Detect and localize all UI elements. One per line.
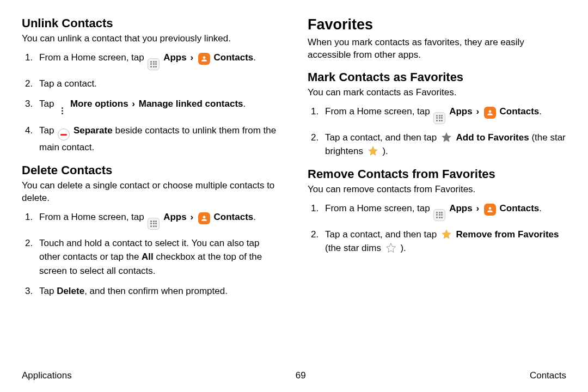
text: Tap	[39, 286, 57, 296]
apps-icon	[148, 58, 160, 70]
contacts-icon	[484, 107, 496, 119]
page-footer: Applications 69 Contacts	[22, 362, 566, 381]
unlink-step-4: Tap Separate beside contacts to unlink t…	[22, 124, 280, 155]
apps-label: Apps	[163, 52, 187, 63]
contacts-label: Contacts	[214, 52, 254, 63]
footer-page-number: 69	[296, 370, 306, 381]
delete-label: Delete	[57, 286, 84, 296]
remove-steps: From a Home screen, tap Apps › Contacts.…	[308, 201, 566, 255]
left-column: Unlink Contacts You can unlink a contact…	[22, 16, 280, 362]
text: , and then confirm when prompted.	[84, 286, 228, 296]
star-grey-icon	[440, 131, 452, 143]
contacts-icon	[198, 53, 210, 65]
apps-label: Apps	[163, 212, 187, 222]
heading-remove-favorites: Remove Contacts from Favorites	[308, 167, 566, 181]
chevron-icon: ›	[475, 203, 480, 213]
text: From a Home screen, tap	[325, 106, 432, 117]
chevron-icon: ›	[189, 52, 194, 63]
contacts-label: Contacts	[500, 106, 540, 117]
more-options-icon	[58, 105, 66, 117]
text: From a Home screen, tap	[325, 203, 432, 213]
separate-label: Separate	[74, 125, 113, 136]
footer-right: Contacts	[530, 370, 566, 381]
text: ).	[400, 243, 406, 253]
remove-favorites-label: Remove from Favorites	[456, 229, 559, 240]
chevron-icon: ›	[475, 106, 480, 117]
delete-step-2: Touch and hold a contact to select it. Y…	[22, 236, 280, 278]
delete-intro: You can delete a single contact or choos…	[22, 180, 280, 205]
text: (the star dims	[325, 243, 384, 253]
remove-intro: You can remove contacts from Favorites.	[308, 183, 566, 196]
apps-icon	[148, 218, 160, 230]
text: From a Home screen, tap	[39, 212, 146, 222]
apps-icon	[433, 112, 445, 124]
delete-steps: From a Home screen, tap Apps › Contacts.…	[22, 210, 280, 298]
add-favorites-label: Add to Favorites	[456, 132, 529, 143]
star-bright-icon	[367, 145, 379, 157]
contacts-icon	[198, 212, 210, 224]
text: .	[539, 106, 542, 117]
contacts-label: Contacts	[214, 212, 254, 222]
chevron-icon: ›	[131, 99, 136, 109]
footer-left: Applications	[22, 370, 72, 381]
text: Tap a contact, and then tap	[325, 132, 439, 143]
star-dim-icon	[385, 242, 397, 254]
manage-linked-label: Manage linked contacts	[139, 99, 243, 109]
contacts-label: Contacts	[500, 203, 540, 213]
text: ).	[382, 146, 388, 156]
unlink-step-3: Tap More options › Manage linked contact…	[22, 97, 280, 117]
contacts-icon	[484, 204, 496, 216]
text: Tap	[39, 99, 57, 109]
mark-step-1: From a Home screen, tap Apps › Contacts.	[308, 105, 566, 124]
apps-icon	[433, 209, 445, 221]
text: .	[253, 212, 256, 222]
delete-step-1: From a Home screen, tap Apps › Contacts.	[22, 210, 280, 230]
chevron-icon: ›	[189, 212, 194, 222]
text: From a Home screen, tap	[39, 52, 146, 63]
text: .	[243, 99, 246, 109]
text: .	[539, 203, 542, 213]
delete-step-3: Tap Delete, and then confirm when prompt…	[22, 284, 280, 298]
heading-mark-favorites: Mark Contacts as Favorites	[308, 70, 566, 84]
separate-icon	[58, 128, 70, 140]
unlink-steps: From a Home screen, tap Apps › Contacts.…	[22, 51, 280, 155]
remove-step-2: Tap a contact, and then tap Remove from …	[308, 228, 566, 255]
apps-label: Apps	[449, 203, 473, 213]
favorites-intro: When you mark contacts as favorites, the…	[308, 36, 566, 62]
text: Tap	[39, 125, 57, 136]
all-label: All	[142, 252, 154, 262]
remove-step-1: From a Home screen, tap Apps › Contacts.	[308, 201, 566, 221]
apps-label: Apps	[449, 106, 473, 117]
text: .	[253, 52, 256, 63]
mark-step-2: Tap a contact, and then tap Add to Favor…	[308, 131, 566, 158]
mark-steps: From a Home screen, tap Apps › Contacts.…	[308, 105, 566, 158]
text: Tap a contact, and then tap	[325, 229, 439, 240]
content-columns: Unlink Contacts You can unlink a contact…	[22, 16, 566, 362]
unlink-step-2: Tap a contact.	[22, 77, 280, 91]
unlink-intro: You can unlink a contact that you previo…	[22, 33, 280, 45]
right-column: Favorites When you mark contacts as favo…	[308, 16, 566, 362]
star-bright-icon	[440, 228, 452, 240]
heading-favorites: Favorites	[308, 16, 566, 33]
mark-intro: You can mark contacts as Favorites.	[308, 87, 566, 99]
more-options-label: More options	[70, 99, 128, 109]
heading-unlink-contacts: Unlink Contacts	[22, 16, 280, 30]
heading-delete-contacts: Delete Contacts	[22, 163, 280, 177]
unlink-step-1: From a Home screen, tap Apps › Contacts.	[22, 51, 280, 70]
